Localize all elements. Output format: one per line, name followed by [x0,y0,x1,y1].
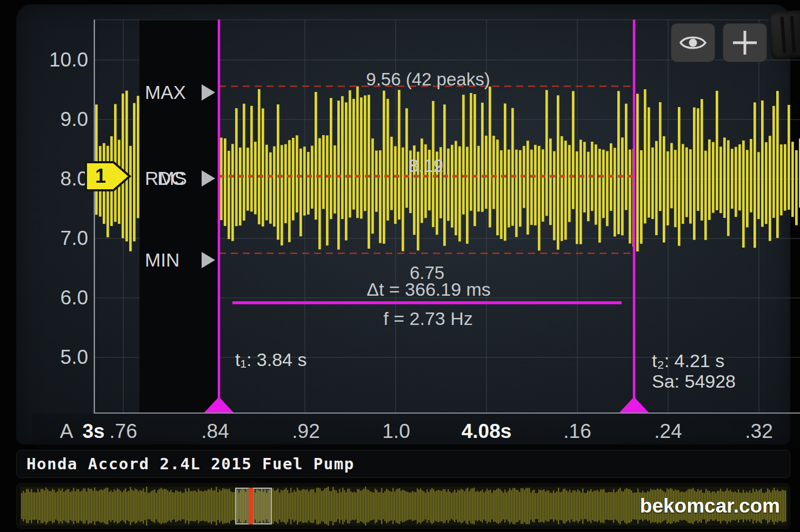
x-axis-tick-label: .92 [292,416,319,447]
x-axis-channel-label: A [60,416,74,447]
cursor2-time: t₂: 4.21 s [652,350,724,371]
x-axis [32,414,800,449]
dc-marker-label: DC [157,166,185,191]
min-marker-arrow-icon[interactable] [202,252,215,268]
x-axis-tick-label: 1.0 [382,416,410,447]
y-axis-label: 6.0 [32,285,88,311]
max-marker-row: MAX [145,80,218,105]
x-axis-tick-label: 4.08s [462,416,512,447]
position-marker[interactable] [249,488,253,524]
x-axis-tick-label: .32 [745,416,772,447]
max-value: 9.56 (42 peaks) [366,69,490,90]
y-axis-label: 7.0 [32,225,88,251]
view-selection-box[interactable] [235,488,272,524]
y-axis-label: 8.0 [32,166,88,192]
recording-title: Honda Accord 2.4L 2015 Fuel Pump [17,450,790,477]
x-axis-tick-label: .76 [109,416,137,447]
app-window: 10.09.08.07.06.05.0 MAX RMS DC MIN 9.56 … [0,0,800,532]
rms-marker-arrow-icon[interactable] [202,170,215,187]
max-marker-label: MAX [145,82,186,103]
x-axis-tick-label: 3s [82,416,104,447]
x-axis-tick-label: .84 [201,416,229,447]
cursor-2-handle[interactable] [618,397,650,414]
rms-marker-row: RMS DC [145,166,218,191]
max-marker-arrow-icon[interactable] [202,84,215,101]
cursor1-time: t₁: 3.84 s [235,349,306,370]
min-marker-row: MIN [145,248,218,272]
x-axis-tick-label: .24 [654,416,682,447]
x-axis-tick-label: .16 [563,416,591,447]
visibility-button[interactable] [671,24,715,62]
sample-count: Sa: 54928 [652,371,736,392]
frequency-value: f = 2.73 Hz [383,308,472,329]
scope-panel: 10.09.08.07.06.05.0 MAX RMS DC MIN 9.56 … [16,4,790,444]
eye-icon [679,33,707,52]
recording-title-bar: Honda Accord 2.4L 2015 Fuel Pump [16,450,790,478]
plus-icon [732,30,758,56]
y-axis-label: 5.0 [32,344,88,370]
dc-value: 8.12 [409,156,443,176]
min-marker-label: MIN [145,249,179,270]
rms-dc-value-stack: 8.19 8.12 [388,156,464,179]
channel-1-marker[interactable]: 1 [84,158,132,195]
y-axis-label: 10.0 [32,47,88,73]
y-axis-label: 9.0 [32,107,88,132]
channel-1-marker-label: 1 [95,165,106,187]
measurement-band [139,19,219,414]
add-button[interactable] [723,24,766,62]
overview-strip[interactable]: bekomcar.com [16,483,790,529]
delta-t-value: Δt = 366.19 ms [366,279,491,300]
watermark: bekomcar.com [640,495,780,517]
panel-grip-handle[interactable] [768,10,800,60]
